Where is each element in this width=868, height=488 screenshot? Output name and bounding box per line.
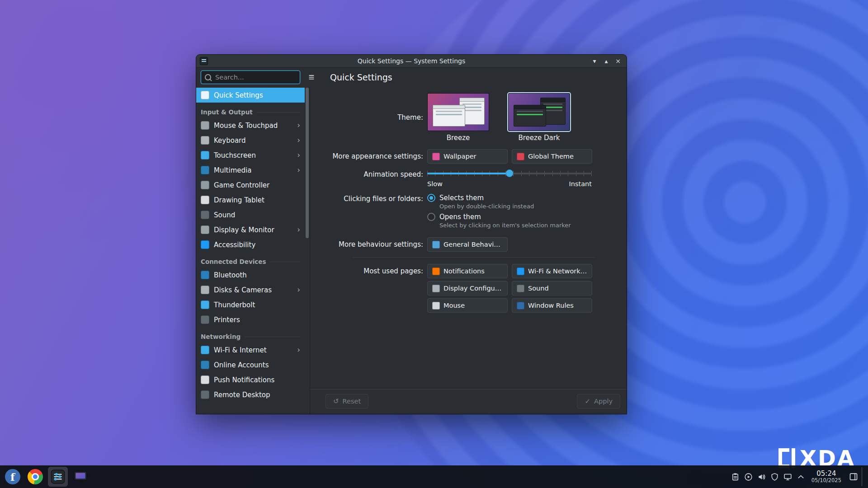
radio-option-selects-them: Selects themOpen by double-clicking inst… xyxy=(427,194,594,210)
show-desktop-button[interactable] xyxy=(862,467,865,486)
sidebar-item-printers[interactable]: Printers xyxy=(196,312,305,327)
sidebar-item-label: Bluetooth xyxy=(214,271,247,279)
clicking-label: Clicking files or folders: xyxy=(310,195,423,203)
system-settings-task[interactable] xyxy=(48,467,68,487)
media-player-tray-button[interactable] xyxy=(742,471,755,483)
apply-button[interactable]: ✓ Apply xyxy=(577,394,620,408)
clipboard-tray-button[interactable] xyxy=(729,471,741,483)
close-icon: × xyxy=(615,57,621,65)
bluetooth-icon xyxy=(201,271,209,279)
sidebar-item-touchscreen[interactable]: Touchscreen› xyxy=(196,148,305,163)
appearance-label: More appearance settings: xyxy=(310,152,423,160)
sidebar-item-sound[interactable]: Sound xyxy=(196,207,305,222)
fedora-launcher[interactable]: f xyxy=(3,467,23,487)
most-used-row: Most used pages: NotificationsWi-Fi & Ne… xyxy=(310,264,594,313)
clicking-radio-group: Selects themOpen by double-clicking inst… xyxy=(427,194,594,232)
sidebar-item-multimedia[interactable]: Multimedia› xyxy=(196,163,305,178)
radio-opens-them[interactable]: Opens them xyxy=(427,213,594,221)
window-controls: ▾▴× xyxy=(590,56,623,66)
minimize-button[interactable]: ▾ xyxy=(590,56,599,66)
sidebar-item-accessibility[interactable]: Accessibility xyxy=(196,237,305,252)
notifications-button[interactable]: Notifications xyxy=(427,264,508,278)
radio-label: Opens them xyxy=(439,213,481,221)
radio-selects-them[interactable]: Selects them xyxy=(427,194,594,202)
sidebar-item-keyboard[interactable]: Keyboard› xyxy=(196,133,305,148)
system-settings-app-icon xyxy=(200,57,208,65)
general-behaviour-button[interactable]: General Behaviour xyxy=(427,237,508,252)
general-behaviour-icon xyxy=(432,241,440,249)
clock-widget[interactable]: 05:24 05/10/2025 xyxy=(811,469,841,484)
search-field[interactable] xyxy=(201,70,300,84)
search-input[interactable] xyxy=(214,73,296,81)
sidebar-item-label: Accessibility xyxy=(214,241,255,249)
theme-option-breeze[interactable]: Breeze xyxy=(427,93,489,142)
wi-fi-networking-button[interactable]: Wi-Fi & Networking xyxy=(512,264,592,278)
game-controller-icon xyxy=(201,181,209,189)
reset-button[interactable]: ↺ Reset xyxy=(326,394,368,408)
close-button[interactable]: × xyxy=(613,56,623,66)
sidebar-item-thunderbolt[interactable]: Thunderbolt xyxy=(196,297,305,312)
mouse-button[interactable]: Mouse xyxy=(427,298,508,313)
panel-settings-button[interactable] xyxy=(848,471,859,483)
settings-rows: Theme: BreezeBreeze Dark More appearance… xyxy=(310,93,627,318)
sidebar-scrollbar[interactable] xyxy=(305,87,310,414)
slider-handle[interactable] xyxy=(506,169,514,177)
display-configuration-button[interactable]: Display Configuration xyxy=(427,281,508,296)
touchscreen-icon xyxy=(201,151,209,160)
sound-button[interactable]: Sound xyxy=(512,281,592,296)
window-rules-button[interactable]: Window Rules xyxy=(512,298,592,313)
sidebar-item-label: Mouse & Touchpad xyxy=(214,122,278,130)
sidebar-item-quick-settings[interactable]: Quick Settings xyxy=(196,88,305,103)
taskbar-launchers: f xyxy=(3,467,90,487)
sidebar-item-wi-fi-internet[interactable]: Wi-Fi & Internet› xyxy=(196,343,305,357)
sound-icon xyxy=(201,211,209,219)
theme-label: Theme: xyxy=(310,113,423,122)
radio-icon xyxy=(427,213,435,221)
theme-options: BreezeBreeze Dark xyxy=(427,93,594,142)
keyboard-icon xyxy=(201,136,209,145)
screenshot-tool-task[interactable] xyxy=(71,467,90,487)
reset-icon: ↺ xyxy=(333,397,339,405)
reset-label: Reset xyxy=(343,398,361,405)
sidebar-item-label: Display & Monitor xyxy=(214,226,274,234)
wallpaper-button[interactable]: Wallpaper xyxy=(427,149,508,164)
hamburger-menu-button[interactable]: ≡ xyxy=(304,70,319,84)
chevron-right-icon: › xyxy=(297,151,300,159)
animation-speed-slider[interactable] xyxy=(427,169,592,178)
sidebar-item-display-monitor[interactable]: Display & Monitor› xyxy=(196,222,305,237)
theme-name: Breeze xyxy=(447,134,470,142)
sidebar: Quick SettingsInput & OutputMouse & Touc… xyxy=(196,87,305,414)
sidebar-item-online-accounts[interactable]: Online Accounts xyxy=(196,357,305,372)
sidebar-section-input-output: Input & Output xyxy=(201,108,300,116)
sidebar-item-push-notifications[interactable]: Push Notifications xyxy=(196,372,305,387)
maximize-button[interactable]: ▴ xyxy=(601,56,611,66)
chevron-right-icon: › xyxy=(297,286,300,294)
sidebar-item-mouse-touchpad[interactable]: Mouse & Touchpad› xyxy=(196,118,305,133)
sidebar-item-bluetooth[interactable]: Bluetooth xyxy=(196,267,305,282)
sidebar-item-label: Sound xyxy=(214,211,235,219)
apply-label: Apply xyxy=(594,398,613,405)
sidebar-item-game-controller[interactable]: Game Controller xyxy=(196,178,305,192)
wi-fi-internet-icon xyxy=(201,346,209,354)
volume-tray-button[interactable] xyxy=(755,471,768,483)
chevron-right-icon: › xyxy=(297,166,300,174)
online-accounts-icon xyxy=(201,361,209,369)
sidebar-item-remote-desktop[interactable]: Remote Desktop xyxy=(196,387,305,402)
titlebar[interactable]: Quick Settings — System Settings ▾▴× xyxy=(196,55,627,68)
sidebar-item-label: Game Controller xyxy=(214,181,269,189)
theme-option-breeze-dark[interactable]: Breeze Dark xyxy=(508,93,570,142)
window-footer: ↺ Reset ✓ Apply xyxy=(310,389,627,414)
scrollbar-thumb[interactable] xyxy=(306,88,309,238)
page-title: Quick Settings xyxy=(330,72,392,82)
display-tray-button[interactable] xyxy=(782,471,794,483)
chrome-launcher[interactable] xyxy=(25,467,45,487)
sidebar-item-disks-cameras[interactable]: Disks & Cameras› xyxy=(196,282,305,297)
appearance-row: More appearance settings: WallpaperGloba… xyxy=(310,149,594,164)
security-tray-button[interactable] xyxy=(769,471,781,483)
radio-hint: Open by double-clicking instead xyxy=(439,203,594,210)
global-theme-button[interactable]: Global Theme xyxy=(512,149,592,164)
most-used-label: Most used pages: xyxy=(310,267,423,275)
sidebar-item-drawing-tablet[interactable]: Drawing Tablet xyxy=(196,192,305,207)
chevron-up-tray-button[interactable] xyxy=(795,471,807,483)
printers-icon xyxy=(201,315,209,324)
